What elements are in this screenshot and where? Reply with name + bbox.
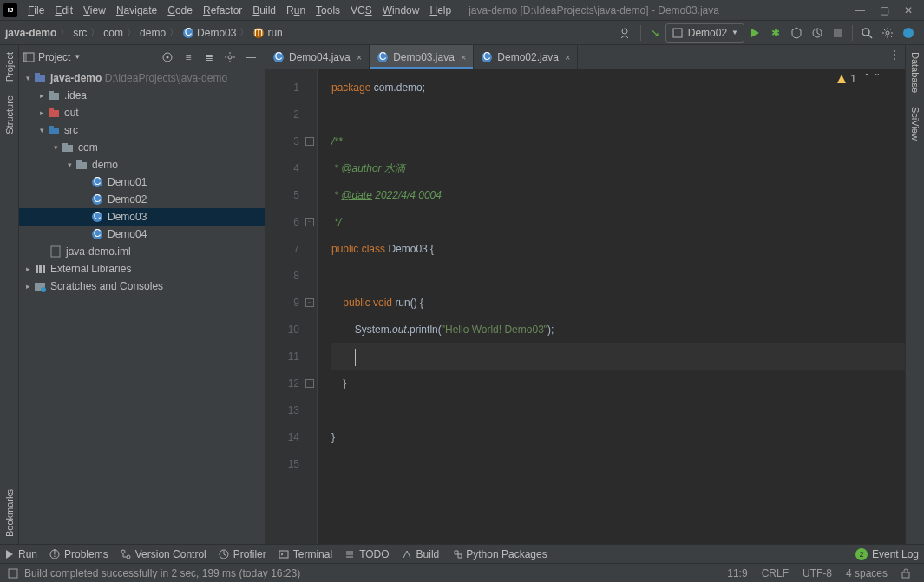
breadcrumb-method[interactable]: m run xyxy=(251,27,284,39)
maximize-button[interactable]: ▢ xyxy=(872,1,896,20)
tree-settings-button[interactable] xyxy=(220,48,239,67)
package-icon xyxy=(75,158,88,172)
run-button[interactable] xyxy=(745,23,764,43)
breadcrumb-demo[interactable]: demo xyxy=(138,27,167,39)
tree-class-demo03[interactable]: CDemo03 xyxy=(19,208,265,226)
menu-window[interactable]: Window xyxy=(377,3,425,18)
tab-demo03[interactable]: C Demo03.java× xyxy=(370,45,474,69)
settings-button[interactable] xyxy=(878,23,897,43)
code-content[interactable]: 1 ˆˇ package com.demo; /** * @author 水滴 … xyxy=(318,69,905,544)
select-opened-file-button[interactable] xyxy=(158,48,177,67)
tree-project-root[interactable]: ▾ java-demo D:\IdeaProjects\java-demo xyxy=(19,69,265,87)
svg-rect-7 xyxy=(834,29,842,37)
menu-run[interactable]: Run xyxy=(281,3,311,18)
tree-external-libs[interactable]: ▸External Libraries xyxy=(19,260,265,278)
chevron-down-icon: ▼ xyxy=(731,29,738,36)
event-log-button[interactable]: 2Event Log xyxy=(855,548,919,560)
gutter[interactable]: 12 3− 45 6− 78 9− 1011 12− 131415 xyxy=(265,69,318,544)
python-packages-button[interactable]: Python Packages xyxy=(451,548,547,560)
menu-navigate[interactable]: Navigate xyxy=(111,3,162,18)
tree-demo-package[interactable]: ▾demo xyxy=(19,156,265,173)
chevron-down-icon[interactable]: ▼ xyxy=(74,53,81,61)
app-logo: IJ xyxy=(3,3,17,17)
tree-class-demo02[interactable]: CDemo02 xyxy=(19,191,265,208)
breadcrumb-root[interactable]: java-demo xyxy=(3,27,58,39)
tree-com-package[interactable]: ▾com xyxy=(19,139,265,156)
tree-scratches[interactable]: ▸Scratches and Consoles xyxy=(19,278,265,295)
svg-point-9 xyxy=(886,31,889,35)
expand-all-button[interactable]: ≡ xyxy=(179,48,198,67)
user-icon[interactable] xyxy=(617,23,636,43)
breadcrumb-class[interactable]: C Demo03 xyxy=(180,27,238,39)
readonly-toggle[interactable] xyxy=(895,568,917,579)
menu-help[interactable]: Help xyxy=(424,3,456,18)
menu-edit[interactable]: Edit xyxy=(49,3,78,18)
collapse-all-button[interactable]: ≣ xyxy=(200,48,219,67)
breadcrumb-com[interactable]: com xyxy=(102,27,125,39)
plugin-button[interactable] xyxy=(899,23,918,43)
svg-rect-17 xyxy=(35,73,40,75)
menu-vcs[interactable]: VCS xyxy=(345,3,377,18)
breadcrumb-src[interactable]: src xyxy=(71,27,88,39)
caret-position[interactable]: 11:9 xyxy=(720,567,754,579)
todo-tool-button[interactable]: TODO xyxy=(344,548,389,560)
database-tool-tab[interactable]: Database xyxy=(908,45,923,100)
search-everywhere-button[interactable] xyxy=(857,23,876,43)
tree-idea-folder[interactable]: ▸.idea xyxy=(19,87,265,104)
run-config-selector[interactable]: Demo02 ▼ xyxy=(665,23,744,43)
menu-view[interactable]: View xyxy=(78,3,111,18)
minimize-button[interactable]: — xyxy=(848,1,872,20)
build-hammer-icon[interactable]: ↘ xyxy=(645,23,665,43)
menu-refactor[interactable]: Refactor xyxy=(198,3,247,18)
tree-class-demo04[interactable]: CDemo04 xyxy=(19,226,265,243)
tree-out-folder[interactable]: ▸out xyxy=(19,104,265,121)
coverage-button[interactable] xyxy=(787,23,806,43)
menu-file[interactable]: File xyxy=(23,3,49,18)
tab-demo04[interactable]: C Demo04.java× xyxy=(265,45,370,69)
menu-code[interactable]: Code xyxy=(162,3,198,18)
fold-toggle[interactable]: − xyxy=(305,218,314,226)
hide-button[interactable]: — xyxy=(241,48,260,67)
menu-build[interactable]: Build xyxy=(247,3,281,18)
file-encoding[interactable]: UTF-8 xyxy=(796,567,839,579)
indent-setting[interactable]: 4 spaces xyxy=(839,567,895,579)
tabs-menu-icon[interactable]: ⋮ xyxy=(885,45,904,64)
sciview-tool-tab[interactable]: SciView xyxy=(908,100,923,147)
inspection-indicator[interactable]: 1 ˆˇ xyxy=(836,73,879,85)
project-title[interactable]: Project xyxy=(38,51,70,63)
bookmarks-tool-tab[interactable]: Bookmarks xyxy=(2,482,17,544)
class-icon: C xyxy=(377,51,389,63)
fold-toggle[interactable]: − xyxy=(305,137,314,146)
tree-src-folder[interactable]: ▾src xyxy=(19,121,265,139)
status-icon[interactable] xyxy=(7,567,19,579)
close-tab-icon[interactable]: × xyxy=(357,52,362,62)
tab-demo02[interactable]: C Demo02.java× xyxy=(474,45,578,69)
build-tool-button[interactable]: Build xyxy=(402,548,440,560)
run-tool-button[interactable]: Run xyxy=(5,548,37,560)
menu-tools[interactable]: Tools xyxy=(311,3,345,18)
source-folder-icon xyxy=(47,123,61,137)
problems-tool-button[interactable]: !Problems xyxy=(49,548,108,560)
code-editor[interactable]: 12 3− 45 6− 78 9− 1011 12− 131415 1 ˆˇ p… xyxy=(265,69,905,544)
chevron-right-icon: 〉 xyxy=(60,26,69,39)
debug-button[interactable]: ✱ xyxy=(766,23,785,43)
tree-class-demo01[interactable]: CDemo01 xyxy=(19,173,265,191)
svg-point-4 xyxy=(622,29,627,34)
line-separator[interactable]: CRLF xyxy=(755,567,796,579)
project-tool-tab[interactable]: Project xyxy=(2,45,17,88)
close-button[interactable]: ✕ xyxy=(896,1,921,20)
fold-toggle[interactable]: − xyxy=(305,298,314,307)
class-icon: C xyxy=(182,27,194,39)
class-icon: C xyxy=(272,51,285,63)
vcs-tool-button[interactable]: Version Control xyxy=(121,548,206,560)
fold-toggle[interactable]: − xyxy=(305,379,314,388)
stop-button[interactable] xyxy=(829,23,848,43)
tree-iml-file[interactable]: java-demo.iml xyxy=(19,243,265,260)
terminal-tool-button[interactable]: Terminal xyxy=(279,548,332,560)
profiler-tool-button[interactable]: Profiler xyxy=(219,548,266,560)
structure-tool-tab[interactable]: Structure xyxy=(2,88,17,141)
project-tree[interactable]: ▾ java-demo D:\IdeaProjects\java-demo ▸.… xyxy=(19,69,265,544)
profile-button[interactable] xyxy=(808,23,827,43)
close-tab-icon[interactable]: × xyxy=(565,52,570,62)
close-tab-icon[interactable]: × xyxy=(461,52,466,62)
